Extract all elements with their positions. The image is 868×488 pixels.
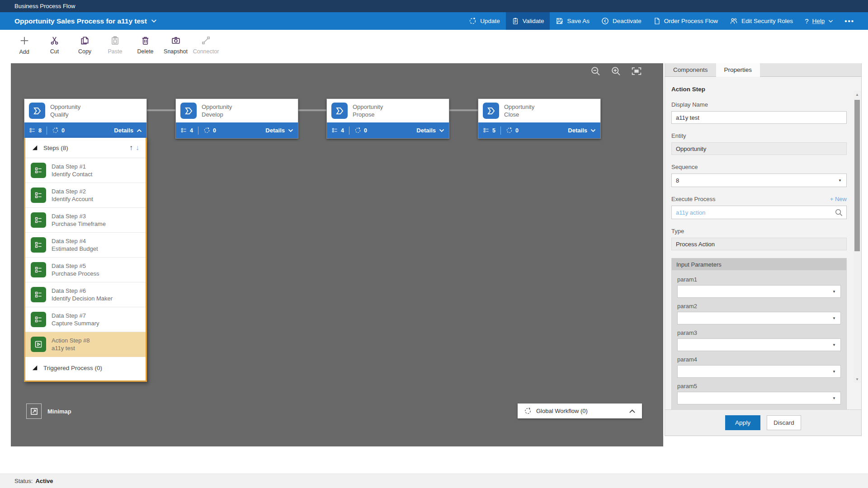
details-toggle[interactable]: Details [416, 127, 444, 134]
step-row[interactable]: Data Step #3 Purchase Timeframe [25, 208, 146, 233]
stage-card-qualify[interactable]: Opportunity Qualify 8 0 Details [24, 99, 147, 139]
data-step-icon [31, 212, 46, 228]
move-step-up-button[interactable]: ↑ [129, 144, 133, 152]
cut-button[interactable]: Cut [39, 30, 70, 55]
chevron-down-icon: ▼ [832, 396, 836, 400]
step-title: Data Step #4 [52, 237, 98, 245]
param-label: param5 [677, 383, 841, 389]
chevron-down-icon [439, 129, 444, 132]
move-step-down-button[interactable]: ↓ [136, 144, 139, 152]
param-dropdown[interactable]: ▼ [677, 285, 841, 298]
step-title: Data Step #2 [52, 188, 93, 195]
zoom-out-button[interactable] [590, 66, 601, 76]
help-icon: ? [805, 17, 808, 25]
flow-canvas[interactable]: Opportunity Qualify 8 0 Details [11, 63, 663, 446]
order-process-flow-button[interactable]: Order Process Flow [647, 12, 724, 30]
process-title-menu[interactable]: Opportunity Sales Process for a11y test [14, 17, 157, 25]
stage-card-develop[interactable]: Opportunity Develop 4 0 Details [175, 99, 298, 139]
chevron-up-icon[interactable] [629, 409, 636, 413]
snapshot-button[interactable]: Snapshot [160, 30, 191, 55]
param-label: param3 [677, 329, 841, 336]
zoom-in-button[interactable] [611, 66, 621, 76]
step-row[interactable]: Data Step #5 Purchase Process [25, 258, 146, 282]
panel-scrollbar[interactable]: ▲ ▼ [854, 91, 861, 383]
zoom-controls [590, 66, 642, 76]
triangle-icon [32, 365, 38, 371]
save-as-button[interactable]: Save As [550, 12, 595, 30]
step-title: Data Step #5 [52, 262, 99, 270]
chevron-down-icon: ▼ [832, 343, 836, 347]
process-title: Opportunity Sales Process for a11y test [14, 17, 147, 25]
scroll-down-arrow[interactable]: ▼ [854, 375, 861, 383]
global-workflow-bar[interactable]: Global Workflow (0) [518, 404, 642, 418]
process-count: 0 [52, 127, 65, 134]
paste-button: Paste [100, 30, 130, 55]
step-subtitle: Purchase Timeframe [52, 220, 106, 228]
fit-screen-icon [631, 66, 642, 76]
triggered-process-row[interactable]: Triggered Process (0) [25, 357, 146, 379]
data-step-icon [483, 127, 490, 134]
scrollbar-thumb[interactable] [854, 100, 860, 251]
details-toggle[interactable]: Details [568, 127, 596, 134]
stage-header: Opportunity Develop [176, 99, 298, 122]
step-row[interactable]: Data Step #4 Estimated Budget [25, 233, 146, 258]
scroll-up-arrow[interactable]: ▲ [854, 91, 861, 98]
sequence-dropdown[interactable]: 8 ▼ [671, 174, 847, 187]
step-row[interactable]: Data Step #7 Capture Summary [25, 307, 146, 332]
discard-button[interactable]: Discard [767, 415, 801, 430]
minimap-label: Minimap [47, 408, 71, 415]
step-subtitle: Capture Summary [52, 319, 99, 327]
data-step-icon [31, 237, 46, 253]
step-row[interactable]: Data Step #6 Identify Decision Maker [25, 282, 146, 307]
zoom-out-icon [590, 66, 601, 76]
stage-card-propose[interactable]: Opportunity Propose 4 0 Details [326, 99, 449, 139]
more-commands-button[interactable]: ••• [839, 12, 860, 30]
tab-properties[interactable]: Properties [716, 63, 760, 77]
order-flow-icon [653, 17, 660, 25]
steps-header-label: Steps (8) [43, 145, 68, 151]
execute-process-field[interactable] [671, 206, 847, 219]
stage-chevron-icon [331, 103, 348, 119]
search-icon[interactable] [835, 208, 843, 217]
copy-icon [80, 36, 90, 45]
param-dropdown[interactable]: ▼ [677, 392, 841, 404]
update-button[interactable]: Update [463, 12, 506, 30]
input-parameters-list: param1 ▼ param2 ▼ param3 ▼ param4 ▼ para… [672, 270, 846, 409]
security-roles-icon [730, 17, 738, 25]
param-dropdown[interactable]: ▼ [677, 312, 841, 324]
step-title: Data Step #6 [52, 287, 113, 295]
stage-connector [147, 109, 175, 111]
delete-button[interactable]: Delete [130, 30, 160, 55]
step-row[interactable]: Action Step #8 a11y test [25, 332, 146, 357]
minimap-button[interactable]: Minimap [26, 404, 71, 419]
status-bar: Status: Active [0, 474, 868, 488]
step-subtitle: Purchase Process [52, 270, 99, 277]
new-process-link[interactable]: + New [830, 196, 847, 202]
tab-components[interactable]: Components [665, 63, 716, 76]
validate-button[interactable]: Validate [506, 12, 550, 30]
edit-security-roles-button[interactable]: Edit Security Roles [724, 12, 799, 30]
help-button[interactable]: ? Help [799, 12, 839, 30]
apply-button[interactable]: Apply [725, 415, 760, 430]
deactivate-button[interactable]: Deactivate [595, 12, 647, 30]
step-subtitle: Identify Contact [52, 170, 92, 178]
connector-icon [201, 36, 211, 45]
step-row[interactable]: Data Step #2 Identify Account [25, 183, 146, 208]
chevron-down-icon [828, 19, 833, 23]
action-step-icon [31, 337, 46, 352]
copy-button[interactable]: Copy [70, 30, 100, 55]
trash-icon [141, 36, 150, 45]
display-name-field[interactable] [671, 111, 847, 124]
param-dropdown[interactable]: ▼ [677, 338, 841, 351]
details-toggle[interactable]: Details [114, 127, 142, 134]
param-dropdown[interactable]: ▼ [677, 365, 841, 378]
step-row[interactable]: Data Step #1 Identify Contact [25, 158, 146, 183]
steps-section-header: Steps (8) ↑ ↓ [25, 138, 146, 158]
details-toggle[interactable]: Details [265, 127, 293, 134]
step-title: Data Step #3 [52, 212, 106, 220]
stage-card-close[interactable]: Opportunity Close 5 0 Details [478, 99, 601, 139]
scissors-icon [50, 36, 59, 45]
fit-screen-button[interactable] [631, 66, 642, 76]
add-button[interactable]: Add [9, 30, 39, 55]
param-field: param1 ▼ [677, 276, 841, 298]
